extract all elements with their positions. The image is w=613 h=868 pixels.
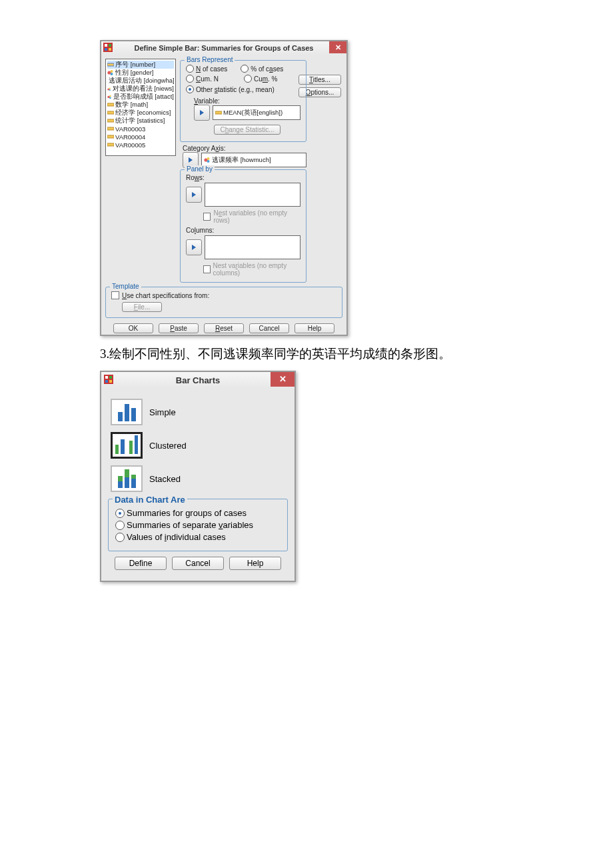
list-item[interactable]: VAR00003 [107, 125, 174, 133]
cancel-button[interactable]: Cancel [172, 557, 224, 570]
svg-rect-1 [105, 44, 107, 47]
nest-rows-checkbox[interactable] [203, 213, 211, 221]
rows-slot[interactable] [205, 183, 301, 207]
nest-rows-label: Nest variables (no empty rows) [213, 209, 301, 224]
radio-label: Summaries of separate variables [127, 520, 253, 530]
nest-cols-label: Nest variables (no empty columns) [213, 262, 301, 277]
move-rows-button[interactable] [186, 187, 202, 203]
options-label: ptions... [310, 89, 334, 96]
define-button[interactable]: Define [115, 557, 167, 570]
svg-point-27 [207, 160, 210, 163]
help-button[interactable]: Help [295, 323, 334, 333]
dialog-title: Define Simple Bar: Summaries for Groups … [135, 44, 314, 52]
list-item[interactable]: VAR00005 [107, 141, 174, 149]
nominal-icon [107, 93, 112, 100]
chart-type-simple[interactable]: Simple [111, 399, 285, 425]
chart-type-label: Clustered [149, 441, 187, 451]
template-group: Template Use chart specifications from: … [105, 287, 342, 318]
move-variable-button[interactable] [194, 105, 210, 121]
svg-rect-19 [107, 111, 114, 114]
svg-rect-23 [107, 143, 114, 146]
ruler-icon [107, 141, 114, 148]
radio-label: Values of individual cases [127, 532, 226, 542]
svg-point-7 [111, 70, 113, 73]
svg-point-26 [207, 157, 210, 160]
svg-point-17 [109, 97, 111, 99]
data-in-chart-group: Data in Chart Are Summaries for groups o… [108, 499, 288, 551]
dialog-title: Bar Charts [176, 375, 220, 385]
bars-represent-legend: Bars Represent [185, 56, 235, 63]
variable-value: MEAN(英语[english]) [223, 109, 283, 117]
chart-type-label: Stacked [149, 474, 181, 484]
titles-label: itles... [313, 76, 330, 83]
close-button[interactable]: ✕ [329, 41, 346, 53]
category-axis-slot[interactable]: 逃课频率 [howmuch] [201, 153, 306, 167]
simple-bar-icon [111, 399, 143, 425]
list-item[interactable]: 是否影响成绩 [attact] [107, 93, 174, 101]
svg-rect-3 [105, 48, 107, 51]
svg-rect-29 [105, 376, 108, 379]
list-item-label: VAR00004 [115, 133, 145, 141]
list-item[interactable]: 数学 [math] [107, 101, 174, 109]
svg-rect-32 [109, 380, 112, 383]
list-item[interactable]: 统计学 [statistics] [107, 117, 174, 125]
variable-list[interactable]: 序号 [number] 性别 [gender] 逃课后活动 [doingwha]… [105, 59, 176, 156]
other-statistic-radio[interactable]: Other statistic (e.g., mean) [186, 85, 275, 93]
bars-represent-group: Bars Represent N of cases % of cases Cum… [180, 60, 306, 142]
variable-slot[interactable]: MEAN(英语[english]) [213, 105, 301, 120]
change-statistic-button[interactable]: Change Statistic... [214, 125, 280, 135]
svg-rect-18 [107, 103, 114, 106]
chart-type-clustered[interactable]: Clustered [111, 432, 285, 459]
list-item[interactable]: 序号 [number] [107, 61, 174, 69]
template-legend: Template [110, 283, 141, 290]
dialog-titlebar: Bar Charts ✕ [101, 372, 295, 388]
svg-rect-31 [105, 380, 108, 383]
bar-charts-dialog: Bar Charts ✕ Simple Clustered [100, 371, 296, 582]
ruler-icon [107, 61, 114, 68]
n-of-cases-radio[interactable]: N of cases [186, 65, 227, 73]
ruler-icon [107, 109, 114, 116]
svg-rect-5 [107, 63, 114, 66]
clustered-bar-icon [111, 432, 143, 459]
svg-rect-30 [109, 376, 112, 379]
stacked-bar-icon [111, 465, 143, 492]
data-in-chart-legend: Data in Chart Are [113, 495, 187, 505]
summaries-variables-radio[interactable]: Summaries of separate variables [115, 520, 281, 530]
help-button[interactable]: Help [229, 557, 281, 570]
list-item-label: VAR00005 [115, 141, 145, 149]
nest-cols-checkbox[interactable] [203, 265, 211, 273]
values-individual-radio[interactable]: Values of individual cases [115, 532, 281, 542]
list-item[interactable]: 经济学 [economics] [107, 109, 174, 117]
move-columns-button[interactable] [186, 239, 202, 255]
app-logo-icon [103, 43, 113, 52]
svg-point-8 [111, 73, 113, 75]
cum-pct-radio[interactable]: Cum. % [244, 75, 278, 83]
paste-button[interactable]: Paste [159, 323, 199, 333]
panel-by-group: Panel by Rows: Nest variables (no empty … [180, 169, 306, 283]
use-chart-checkbox[interactable] [111, 291, 119, 299]
columns-label: Columns: [186, 227, 301, 234]
radio-label: Summaries for groups of cases [127, 508, 247, 518]
cum-n-radio[interactable]: Cum. N [186, 75, 219, 83]
svg-rect-20 [107, 119, 114, 122]
summaries-groups-radio[interactable]: Summaries for groups of cases [115, 508, 281, 518]
caption-text: 3.绘制不同性别、不同逃课频率同学的英语平均成绩的条形图。 [100, 345, 560, 363]
file-button[interactable]: File... [122, 302, 162, 312]
chart-type-stacked[interactable]: Stacked [111, 465, 285, 492]
list-item[interactable]: VAR00004 [107, 133, 174, 141]
close-button[interactable]: ✕ [271, 372, 295, 387]
list-item[interactable]: 性别 [gender] [107, 69, 174, 77]
ruler-icon [107, 125, 114, 132]
cancel-button[interactable]: Cancel [249, 323, 289, 333]
ok-button[interactable]: OK [113, 323, 153, 333]
variable-label: Variable: [194, 97, 301, 105]
panel-by-legend: Panel by [185, 165, 215, 173]
svg-point-14 [109, 89, 111, 91]
list-item[interactable]: 对逃课的看法 [niews] [107, 85, 174, 93]
reset-button[interactable]: Reset [204, 323, 244, 333]
define-bar-dialog: Define Simple Bar: Summaries for Groups … [100, 40, 348, 336]
pct-of-cases-radio[interactable]: % of cases [241, 65, 283, 73]
svg-rect-22 [107, 135, 114, 138]
list-item[interactable]: 逃课后活动 [doingwha] [107, 77, 174, 85]
columns-slot[interactable] [205, 235, 301, 259]
